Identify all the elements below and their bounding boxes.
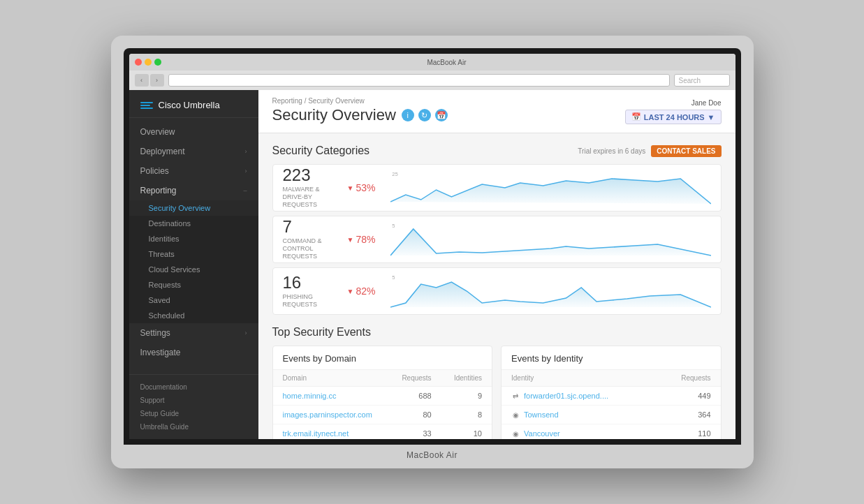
card-stat-cnc: 7 COMMAND & CONTROL REQUESTS bbox=[283, 218, 339, 260]
forward-button[interactable]: › bbox=[150, 74, 164, 87]
browser-chrome: MacBook Air ‹ › Search bbox=[129, 54, 735, 439]
stat-number-malware: 223 bbox=[283, 167, 339, 184]
location-icon: ◉ bbox=[511, 410, 520, 419]
calendar-icon: 📅 bbox=[631, 112, 641, 121]
down-arrow-icon: ▼ bbox=[347, 288, 354, 295]
sidebar-item-settings[interactable]: Settings › bbox=[129, 323, 258, 343]
domain-link-2[interactable]: trk.email.itynect.net bbox=[283, 429, 349, 438]
card-change-cnc: ▼ 78% bbox=[347, 234, 382, 245]
nav-buttons: ‹ › bbox=[135, 74, 164, 87]
card-stat-malware: 223 MALWARE & DRIVE-BY REQUESTS bbox=[283, 167, 339, 208]
sidebar-item-destinations[interactable]: Destinations bbox=[129, 216, 258, 231]
screen-bezel: MacBook Air ‹ › Search bbox=[124, 48, 741, 445]
time-filter-label: LAST 24 HOURS bbox=[644, 113, 705, 121]
nav-item-label: Reporting bbox=[140, 186, 177, 195]
trial-notice-text: Trial expires in 6 days bbox=[578, 147, 645, 155]
identities-cell-2: 10 bbox=[441, 424, 492, 440]
laptop-label: MacBook Air bbox=[124, 445, 741, 468]
stat-label-malware: MALWARE & DRIVE-BY REQUESTS bbox=[283, 186, 339, 208]
footer-link-setup[interactable]: Setup Guide bbox=[129, 407, 258, 420]
maximize-button[interactable] bbox=[154, 59, 161, 66]
breadcrumb: Reporting / Security Overview bbox=[272, 97, 448, 105]
minimize-button[interactable] bbox=[145, 59, 152, 66]
sidebar-item-deployment[interactable]: Deployment › bbox=[129, 142, 258, 161]
sidebar-item-requests[interactable]: Requests bbox=[129, 277, 258, 292]
info-icon-button[interactable]: i bbox=[402, 109, 414, 121]
stat-number-cnc: 7 bbox=[283, 218, 339, 235]
sidebar-item-saved[interactable]: Saved bbox=[129, 292, 258, 308]
identity-requests-0: 449 bbox=[656, 387, 721, 406]
security-card-phishing: 16 PHISHING REQUESTS ▼ 82% bbox=[272, 267, 722, 315]
sidebar-item-reporting[interactable]: Reporting – bbox=[129, 181, 258, 200]
domain-link-1[interactable]: images.parninspector.com bbox=[283, 410, 372, 419]
main-content: Reporting / Security Overview Security O… bbox=[258, 90, 735, 439]
chevron-right-icon: › bbox=[245, 168, 247, 175]
table-row: trk.email.itynect.net 33 10 bbox=[273, 424, 492, 440]
change-pct-cnc: 78% bbox=[356, 234, 375, 245]
table-row: images.parninspector.com 80 8 bbox=[273, 406, 492, 424]
nav-item-label: Investigate bbox=[140, 348, 181, 357]
sidebar-item-overview[interactable]: Overview bbox=[129, 122, 258, 142]
security-card-malware: 223 MALWARE & DRIVE-BY REQUESTS ▼ 53% bbox=[272, 164, 722, 212]
identity-link-2[interactable]: Vancouver bbox=[524, 429, 560, 438]
back-button[interactable]: ‹ bbox=[135, 74, 149, 87]
page-title-row: Security Overview i ↻ 📅 bbox=[272, 106, 448, 124]
cisco-bar-2 bbox=[140, 105, 150, 106]
cisco-bar-1 bbox=[140, 102, 153, 103]
address-bar[interactable] bbox=[168, 74, 670, 87]
domain-link-0[interactable]: home.minnig.cc bbox=[283, 392, 337, 400]
page-header: Reporting / Security Overview Security O… bbox=[258, 90, 735, 133]
nav-item-label: Deployment bbox=[140, 147, 185, 156]
time-filter-button[interactable]: 📅 LAST 24 HOURS ▼ bbox=[625, 110, 722, 124]
app-content: Cisco Umbrella Overview Deployment › Pol… bbox=[129, 90, 735, 439]
router-icon: ⇄ bbox=[511, 392, 520, 400]
contact-sales-button[interactable]: CONTACT SALES bbox=[651, 145, 721, 157]
table-row: ⇄ forwarder01.sjc.opend.... 449 bbox=[501, 387, 721, 406]
nav-item-label: Policies bbox=[140, 166, 169, 176]
nav-item-label: Settings bbox=[140, 328, 170, 338]
identity-link-0[interactable]: forwarder01.sjc.opend.... bbox=[524, 392, 608, 400]
col-header-domain: Domain bbox=[273, 370, 389, 387]
section-title-security-categories: Security Categories bbox=[272, 144, 370, 157]
sidebar-item-policies[interactable]: Policies › bbox=[129, 161, 258, 181]
svg-text:5: 5 bbox=[392, 223, 395, 229]
header-icons: i ↻ 📅 bbox=[402, 109, 448, 121]
sidebar-item-security-overview[interactable]: Security Overview bbox=[129, 200, 258, 216]
identity-row-0: ⇄ forwarder01.sjc.opend.... bbox=[511, 392, 646, 400]
sidebar-item-identities[interactable]: Identities bbox=[129, 231, 258, 246]
browser-title-bar: MacBook Air bbox=[129, 54, 735, 71]
events-grid: Events by Domain Domain Requests Identit… bbox=[272, 346, 722, 439]
sidebar-logo: Cisco Umbrella bbox=[129, 90, 258, 118]
requests-cell-1: 80 bbox=[389, 406, 441, 424]
card-change-malware: ▼ 53% bbox=[347, 182, 382, 193]
calendar-icon-button[interactable]: 📅 bbox=[435, 109, 448, 121]
identities-cell-1: 8 bbox=[441, 406, 492, 424]
location-icon: ◉ bbox=[511, 429, 520, 438]
laptop-wrapper: MacBook Air ‹ › Search bbox=[111, 36, 754, 468]
sidebar: Cisco Umbrella Overview Deployment › Pol… bbox=[129, 90, 258, 439]
chevron-down-icon: ▼ bbox=[708, 113, 715, 121]
footer-link-guide[interactable]: Umbrella Guide bbox=[129, 420, 258, 433]
sidebar-item-threats[interactable]: Threats bbox=[129, 246, 258, 262]
col-header-requests-id: Requests bbox=[656, 370, 721, 387]
search-box[interactable]: Search bbox=[674, 74, 730, 87]
sidebar-item-scheduled[interactable]: Scheduled bbox=[129, 308, 258, 323]
chevron-down-icon: – bbox=[243, 187, 247, 194]
close-button[interactable] bbox=[135, 59, 142, 66]
footer-link-docs[interactable]: Documentation bbox=[129, 380, 258, 394]
security-cards: 223 MALWARE & DRIVE-BY REQUESTS ▼ 53% bbox=[272, 164, 722, 315]
events-by-identity-table: Identity Requests bbox=[501, 370, 721, 439]
footer-link-support[interactable]: Support bbox=[129, 394, 258, 407]
sidebar-item-investigate[interactable]: Investigate bbox=[129, 343, 258, 362]
identity-row-1: ◉ Townsend bbox=[511, 410, 646, 419]
change-pct-phishing: 82% bbox=[356, 286, 375, 297]
stat-label-phishing: PHISHING REQUESTS bbox=[283, 293, 339, 309]
col-header-requests: Requests bbox=[389, 370, 441, 387]
cisco-logo-icon bbox=[140, 102, 153, 109]
events-by-identity-card: Events by Identity Identity Requests bbox=[501, 346, 722, 439]
sidebar-item-cloud-services[interactable]: Cloud Services bbox=[129, 262, 258, 277]
identity-requests-1: 364 bbox=[656, 406, 721, 424]
refresh-icon-button[interactable]: ↻ bbox=[418, 109, 431, 121]
table-row: home.minnig.cc 688 9 bbox=[273, 387, 492, 406]
identity-link-1[interactable]: Townsend bbox=[524, 410, 559, 419]
